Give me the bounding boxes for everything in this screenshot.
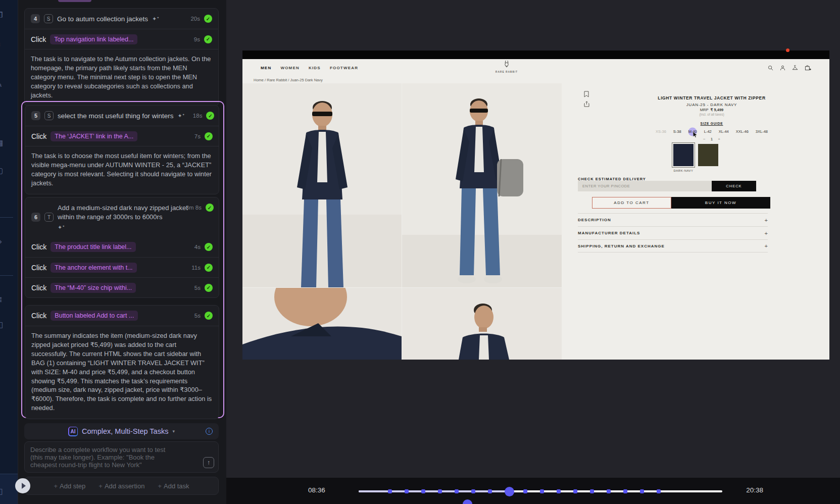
add-step-button[interactable]: +Add step: [54, 482, 85, 490]
size-chip-s-38[interactable]: S-38: [673, 129, 681, 134]
action-row[interactable]: Click The anchor element with t... 11s ✓: [25, 257, 219, 277]
size-chip-3xl-48[interactable]: 3XL-48: [756, 129, 768, 134]
tax-note: (Incl. of all taxes): [578, 113, 829, 116]
accordion-shipping-return-and-exchange[interactable]: SHIPPING, RETURN AND EXCHANGE +: [578, 239, 768, 253]
action-row[interactable]: Click Top navigation link labeled... 9s …: [25, 29, 218, 49]
timeline-marker[interactable]: [590, 489, 594, 493]
timeline-marker[interactable]: [640, 489, 644, 493]
action-row[interactable]: Click The “M-40” size chip withi... 5s ✓: [25, 277, 219, 297]
step-number-badge: 5: [31, 111, 40, 120]
size-chip-xs-36[interactable]: XS-36: [656, 129, 666, 134]
timeline-marker[interactable]: [523, 489, 527, 493]
nav-item-men[interactable]: MEN: [261, 66, 271, 70]
info-icon[interactable]: i: [206, 428, 213, 435]
timeline-marker[interactable]: [471, 489, 475, 493]
size-chip-l-42[interactable]: L-42: [704, 129, 712, 134]
timeline-marker[interactable]: [421, 489, 425, 493]
timeline-marker[interactable]: [540, 489, 544, 493]
timeline-marker[interactable]: [623, 489, 627, 493]
timeline-marker[interactable]: [607, 489, 611, 493]
success-check-icon: ✓: [205, 243, 213, 251]
product-title: LIGHT WINTER TRAVEL JACKET WITH ZIPPER: [578, 95, 829, 100]
product-photo-4[interactable]: [402, 288, 562, 360]
step-title: Go to autum collection jackets: [57, 15, 148, 23]
timeline-marker[interactable]: [557, 489, 561, 493]
task-title: Add a medium-sized dark navy zipped jack…: [58, 204, 190, 221]
rail-icon[interactable]: ◧: [0, 321, 3, 328]
add-assertion-button[interactable]: +Add assertion: [98, 482, 144, 490]
color-label: DARK-NAVY: [550, 169, 817, 172]
left-icon-rail: ❐≡✎◔▦▢◈≣◧◫: [0, 0, 18, 504]
chevron-down-icon[interactable]: ▾: [172, 429, 175, 434]
product-photo-3[interactable]: [242, 288, 402, 360]
timeline-marker[interactable]: [455, 489, 459, 493]
rail-icon[interactable]: ◈: [0, 237, 2, 245]
nav-item-women[interactable]: WOMEN: [280, 66, 300, 70]
previous-step-pill-fragment: [58, 0, 91, 2]
action-row[interactable]: Click Button labeled Add to cart ... 5s …: [25, 306, 219, 326]
size-row: XS-36S-38M-40L-42XL-44XXL-463XL-48: [578, 129, 829, 134]
site-nav: MENWOMENKIDSFOOTWEAR: [261, 59, 358, 76]
timeline-marker[interactable]: [488, 489, 492, 493]
action-target-pill: The “M-40” size chip withi...: [51, 283, 136, 293]
rail-divider: [0, 275, 13, 276]
action-target-pill: The ‘JACKET’ link in the A...: [51, 131, 137, 141]
accordion-description[interactable]: DESCRIPTION +: [578, 213, 768, 226]
collar-closeup-photo: [242, 288, 402, 360]
add-task-button[interactable]: +Add task: [158, 482, 189, 490]
check-button[interactable]: CHECK: [712, 181, 756, 191]
size-chip-xl-44[interactable]: XL-44: [719, 129, 729, 134]
size-chip-m-40[interactable]: M-40: [688, 129, 697, 134]
task-duration: 3m 8s: [186, 205, 202, 211]
rail-icon[interactable]: ◔: [0, 111, 1, 119]
rail-icon[interactable]: ✎: [0, 81, 3, 88]
timeline-marker[interactable]: [438, 489, 442, 493]
site-logo[interactable]: RARE RABBIT: [491, 60, 522, 73]
submit-arrow-button[interactable]: ↑: [203, 457, 214, 468]
rail-icon[interactable]: ◫: [0, 487, 3, 495]
add-to-cart-button[interactable]: ADD TO CART: [592, 197, 671, 209]
rail-icon[interactable]: ❐: [0, 11, 3, 19]
product-panel: LIGHT WINTER TRAVEL JACKET WITH ZIPPER J…: [562, 51, 829, 360]
breadcrumb[interactable]: Home / Rare Rabbit / Juan-25 Dark Navy: [254, 78, 323, 82]
product-photo-grid: [242, 83, 562, 360]
swatch-olive[interactable]: [698, 144, 718, 166]
pincode-input[interactable]: [578, 181, 712, 191]
rail-icon[interactable]: ≡: [0, 40, 1, 48]
rail-icon[interactable]: ▦: [0, 139, 3, 146]
replay-viewer: MENWOMENKIDSFOOTWEAR RARE RABBIT: [226, 0, 840, 504]
size-guide-link[interactable]: SIZE GUIDE: [578, 122, 829, 125]
size-chip-xxl-46[interactable]: XXL-46: [736, 129, 749, 134]
step-header[interactable]: 4 S Go to autum collection jackets 20s ✓: [25, 9, 218, 29]
swatch-dark-navy[interactable]: [673, 144, 694, 166]
panel-collapse-handle[interactable]: [15, 478, 30, 493]
action-row[interactable]: Click The ‘JACKET’ link in the A... 7s ✓: [25, 126, 219, 146]
action-row[interactable]: Click The product title link label... 4s…: [25, 237, 219, 257]
task-type-selector[interactable]: AI Complex, Multi-Step Tasks ▾ i: [24, 423, 219, 439]
step-number-badge: 4: [31, 14, 40, 23]
rail-icon[interactable]: ≣: [0, 295, 3, 303]
ai-badge-icon: AI: [68, 427, 78, 436]
timeline-marker[interactable]: [388, 489, 392, 493]
accordion-manufacturer-details[interactable]: MANUFACTURER DETAILS +: [578, 226, 768, 239]
sparkle-icon: [152, 16, 159, 22]
timeline-marker[interactable]: [657, 489, 661, 493]
rail-icon[interactable]: ▢: [0, 167, 3, 174]
qty-minus-button[interactable]: −: [703, 137, 706, 141]
timeline-marker[interactable]: [573, 489, 577, 493]
workflow-textarea[interactable]: [25, 442, 218, 472]
timeline-track[interactable]: [359, 490, 722, 492]
nav-item-kids[interactable]: KIDS: [309, 66, 321, 70]
step-header[interactable]: 5 S select the most useful thing for win…: [25, 106, 219, 126]
nav-item-footwear[interactable]: FOOTWEAR: [330, 66, 358, 70]
task-header[interactable]: 6 T Add a medium-sized dark navy zipped …: [25, 197, 219, 237]
product-photo-1[interactable]: [242, 83, 402, 287]
product-photo-2[interactable]: [402, 83, 562, 287]
qty-plus-button[interactable]: +: [718, 137, 720, 141]
step-description: The task is to navigate to the Autumn co…: [25, 49, 218, 106]
sparkle-icon: [58, 224, 190, 231]
timeline-playhead[interactable]: [505, 487, 514, 496]
plus-icon: +: [158, 482, 162, 490]
buy-it-now-button[interactable]: BUY IT NOW: [671, 197, 770, 209]
timeline-marker[interactable]: [405, 489, 409, 493]
